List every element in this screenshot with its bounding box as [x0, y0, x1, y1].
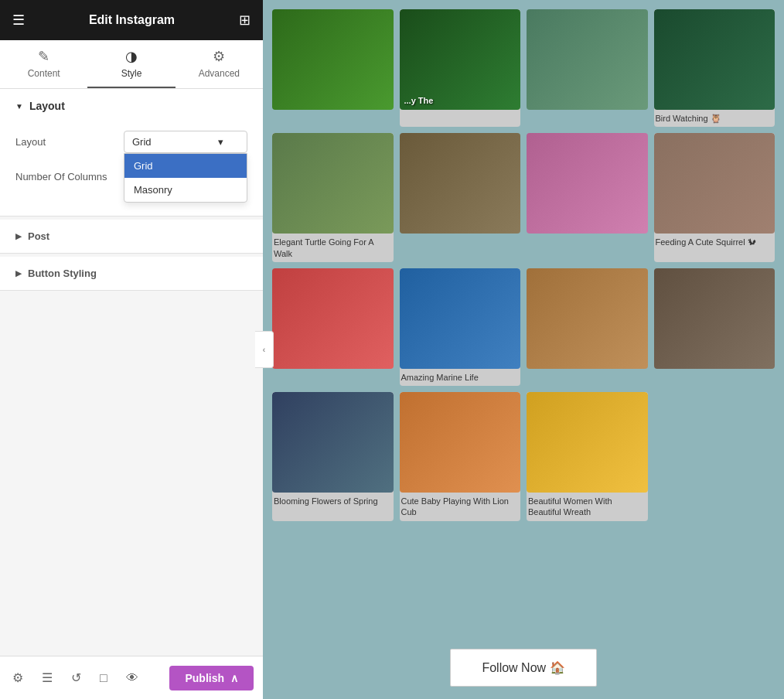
post-arrow-icon: ▶	[15, 232, 22, 240]
bottom-icons-group: ⚙ ☰ ↺ □ 👁	[9, 667, 141, 688]
instagram-photo-6	[400, 133, 521, 234]
instagram-photo-8-wrapper: Feeding A Cute Squirrel 🐿	[654, 133, 775, 262]
panel-content: ▼ Layout Layout Grid ▾ Grid	[0, 89, 263, 656]
post-section-header[interactable]: ▶ Post	[0, 220, 263, 253]
layout-option-masonry[interactable]: Masonry	[124, 178, 247, 202]
sidebar-title: Edit Instagram	[89, 13, 175, 27]
content-tab-label: Content	[28, 68, 60, 79]
tab-advanced[interactable]: ⚙ Advanced	[176, 40, 263, 88]
columns-field-label: Number Of Columns	[15, 171, 124, 182]
layout-option-grid[interactable]: Grid	[124, 154, 247, 178]
main-area: ...y The Bird Watching 🦉 Elegant Turtle …	[263, 0, 784, 699]
layout-arrow-icon: ▼	[15, 102, 23, 111]
layout-field-control: Grid ▾ Grid Masonry	[124, 131, 247, 153]
follow-now-label: Follow Now 🏠	[482, 661, 564, 674]
layout-field-label: Layout	[15, 136, 124, 148]
instagram-photo-2-wrapper: ...y The	[400, 9, 521, 127]
layout-section-header[interactable]: ▼ Layout	[0, 89, 263, 123]
button-styling-section-title: Button Styling	[28, 268, 97, 279]
sidebar: ☰ Edit Instagram ⊞ ✎ Content ◑ Style ⚙ A…	[0, 0, 263, 699]
button-styling-section-header[interactable]: ▶ Button Styling	[0, 257, 263, 290]
photo-13-caption: Blooming Flowers of Spring	[272, 493, 394, 510]
layout-dropdown-trigger[interactable]: Grid ▾	[124, 131, 247, 153]
responsive-icon[interactable]: □	[97, 668, 111, 688]
post-section: ▶ Post	[0, 220, 263, 254]
layout-field-row: Layout Grid ▾ Grid Masonry	[15, 131, 247, 153]
photo-15-caption: Beautiful Women With Beautiful Wreath	[527, 493, 648, 521]
follow-now-button[interactable]: Follow Now 🏠	[450, 649, 596, 687]
instagram-photo-1	[272, 9, 394, 110]
layout-dropdown-arrow-icon: ▾	[218, 136, 223, 148]
instagram-photo-9	[272, 268, 394, 369]
instagram-photo-11	[527, 268, 648, 369]
layout-section-title: Layout	[29, 100, 65, 112]
advanced-tab-icon: ⚙	[213, 48, 225, 65]
style-tab-icon: ◑	[125, 48, 138, 65]
photo-5-caption: Elegant Turtle Going For A Walk	[272, 234, 394, 262]
tabs-bar: ✎ Content ◑ Style ⚙ Advanced	[0, 40, 263, 89]
button-styling-section: ▶ Button Styling	[0, 257, 263, 291]
layout-dropdown-menu: Grid Masonry	[124, 153, 247, 203]
instagram-photo-10-wrapper: Amazing Marine Life	[400, 268, 521, 386]
instagram-photo-12	[654, 268, 775, 369]
grid-icon[interactable]: ⊞	[239, 12, 251, 29]
style-tab-label: Style	[121, 68, 142, 79]
instagram-photo-3	[527, 9, 648, 110]
post-section-title: Post	[28, 230, 49, 242]
instagram-photo-4-wrapper: Bird Watching 🦉	[654, 9, 775, 127]
photo-4-caption: Bird Watching 🦉	[654, 110, 775, 127]
instagram-photo-15-wrapper: Beautiful Women With Beautiful Wreath	[527, 392, 648, 521]
instagram-photo-7	[527, 133, 648, 234]
instagram-photo-14-wrapper: Cute Baby Playing With Lion Cub	[400, 392, 521, 521]
publish-chevron-icon: ∧	[230, 672, 238, 684]
advanced-tab-label: Advanced	[199, 68, 240, 79]
layout-dropdown-wrapper: Grid ▾ Grid Masonry	[124, 131, 247, 153]
instagram-grid: ...y The Bird Watching 🦉 Elegant Turtle …	[272, 9, 775, 521]
tab-content[interactable]: ✎ Content	[0, 40, 87, 88]
photo-10-caption: Amazing Marine Life	[400, 369, 521, 386]
follow-button-container: Follow Now 🏠	[263, 636, 784, 699]
instagram-photo-5-wrapper: Elegant Turtle Going For A Walk	[272, 133, 394, 262]
publish-label: Publish	[185, 672, 224, 684]
preview-icon[interactable]: 👁	[123, 668, 141, 688]
menu-icon[interactable]: ☰	[12, 12, 25, 29]
history-icon[interactable]: ↺	[68, 667, 84, 688]
publish-button[interactable]: Publish ∧	[169, 666, 254, 690]
photo-14-caption: Cute Baby Playing With Lion Cub	[400, 493, 521, 521]
layout-selected-value: Grid	[132, 136, 152, 148]
sidebar-collapse-handle[interactable]: ‹	[255, 331, 274, 368]
layout-section: ▼ Layout Layout Grid ▾ Grid	[0, 89, 263, 217]
bottom-bar: ⚙ ☰ ↺ □ 👁 Publish ∧	[0, 656, 263, 699]
button-styling-arrow-icon: ▶	[15, 269, 22, 278]
tab-style[interactable]: ◑ Style	[87, 40, 175, 88]
grid-empty-cell	[654, 392, 775, 493]
settings-icon[interactable]: ⚙	[9, 667, 26, 688]
photo-8-caption: Feeding A Cute Squirrel 🐿	[654, 234, 775, 251]
layout-section-body: Layout Grid ▾ Grid Masonry	[0, 123, 263, 216]
sidebar-header: ☰ Edit Instagram ⊞	[0, 0, 263, 40]
instagram-photo-13-wrapper: Blooming Flowers of Spring	[272, 392, 394, 521]
content-tab-icon: ✎	[38, 48, 49, 65]
layers-icon[interactable]: ☰	[39, 667, 56, 688]
instagram-grid-container: ...y The Bird Watching 🦉 Elegant Turtle …	[263, 0, 784, 636]
